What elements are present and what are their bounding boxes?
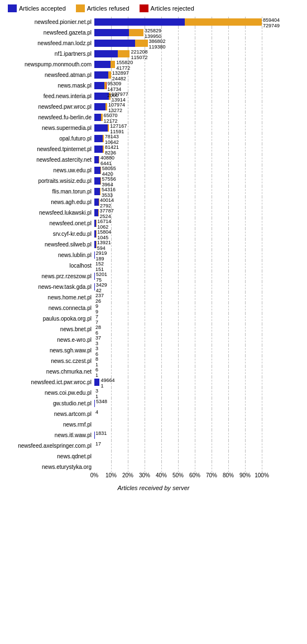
grid-line <box>245 123 246 133</box>
grid-line <box>262 27 262 38</box>
table-row: news.supermedia.pl12716711591 <box>2 123 305 133</box>
table-row: news.eturystyka.org <box>2 462 305 472</box>
grid-line <box>195 398 195 409</box>
grid-line <box>228 38 229 49</box>
bar-numbers: 4 <box>95 409 98 415</box>
grid-line <box>178 239 179 250</box>
grid-line <box>161 144 162 154</box>
grid-line <box>212 282 212 292</box>
grid-line <box>262 38 262 49</box>
table-row: news.e-wro.pl373 <box>2 335 305 345</box>
grid-line <box>145 239 145 250</box>
grid-line <box>161 112 162 123</box>
table-row: newsfeed.axelspringer.com.pl17 <box>2 440 305 451</box>
row-label: news.sgh.waw.pl <box>2 347 94 354</box>
grid-line <box>111 440 112 451</box>
grid-line <box>228 207 229 218</box>
grid-line <box>262 91 262 101</box>
bar-area: 77 <box>94 313 305 324</box>
grid-line <box>178 154 179 165</box>
bar-accepted <box>94 209 98 216</box>
grid-line <box>262 271 262 282</box>
grid-line <box>262 345 262 356</box>
grid-line <box>128 409 128 419</box>
grid-line <box>195 345 195 356</box>
grid-line <box>195 462 195 472</box>
grid-line <box>195 260 195 271</box>
grid-line <box>111 398 112 409</box>
bar-area: 400142792 <box>94 197 305 207</box>
grid-line <box>195 419 195 430</box>
grid-line <box>161 133 162 144</box>
bar-segment-group <box>94 177 101 185</box>
bar-accepted <box>94 273 95 280</box>
legend-refused-label: Articles refused <box>87 5 129 12</box>
grid-line <box>178 282 179 292</box>
grid-line <box>195 303 195 313</box>
grid-line <box>128 324 128 335</box>
row-label: localhost <box>2 263 94 269</box>
bar-area: 158041045 <box>94 229 305 239</box>
grid-line <box>245 260 246 271</box>
grid-line <box>212 398 212 409</box>
grid-line <box>145 366 145 377</box>
grid-line <box>262 165 262 176</box>
grid-line <box>145 292 145 303</box>
bar-numbers: 408806441 <box>100 155 114 167</box>
grid-line <box>212 165 212 176</box>
grid-line <box>161 345 162 356</box>
grid-line <box>161 409 162 419</box>
grid-line <box>245 186 246 197</box>
bar-numbers: 23726 <box>95 293 104 304</box>
grid-line <box>212 112 212 123</box>
grid-line <box>128 154 128 165</box>
bar-area: 2919189 <box>94 250 305 260</box>
grid-line <box>262 49 262 59</box>
bar-area: 31 <box>94 388 305 398</box>
legend-accepted: Articles accepted <box>8 4 66 12</box>
grid-line <box>161 366 162 377</box>
grid-line <box>195 335 195 345</box>
grid-line <box>145 165 145 176</box>
grid-line <box>161 59 162 70</box>
grid-line <box>228 356 229 366</box>
table-row: news.agh.edu.pl400142792 <box>2 197 305 207</box>
bar-segment-group <box>94 273 95 280</box>
grid-line <box>128 101 128 112</box>
grid-line <box>195 292 195 303</box>
grid-line <box>212 133 212 144</box>
grid-line <box>161 80 162 91</box>
grid-line <box>245 38 246 49</box>
row-label: newsfeed.axelspringer.com.pl <box>2 443 94 449</box>
grid-line <box>145 462 145 472</box>
bar-refused <box>185 18 262 26</box>
grid-line <box>228 260 229 271</box>
grid-line <box>128 197 128 207</box>
grid-line <box>228 229 229 239</box>
bar-segment-group <box>94 61 115 68</box>
grid-line <box>228 419 229 430</box>
table-row: srv.cyf-kr.edu.pl158041045 <box>2 229 305 239</box>
bar-numbers: 13289724482 <box>112 70 129 82</box>
grid-line <box>178 207 179 218</box>
grid-line <box>212 250 212 260</box>
bar-accepted <box>94 283 95 290</box>
grid-line <box>212 239 212 250</box>
bar-numbers: 386802119380 <box>149 38 166 50</box>
bar-refused <box>103 146 104 153</box>
bar-area: 814218236 <box>94 144 305 154</box>
table-row: news.lublin.pl2919189 <box>2 250 305 260</box>
grid-line <box>195 91 195 101</box>
bar-area: 12716711591 <box>94 123 305 133</box>
grid-line <box>161 430 162 440</box>
grid-line <box>128 356 128 366</box>
grid-line <box>161 250 162 260</box>
grid-line <box>145 313 145 324</box>
grid-line <box>161 419 162 430</box>
bar-accepted <box>94 156 99 163</box>
grid-line <box>212 313 212 324</box>
grid-line <box>161 165 162 176</box>
bar-area: 286 <box>94 324 305 335</box>
grid-line <box>145 186 145 197</box>
grid-line <box>212 451 212 462</box>
